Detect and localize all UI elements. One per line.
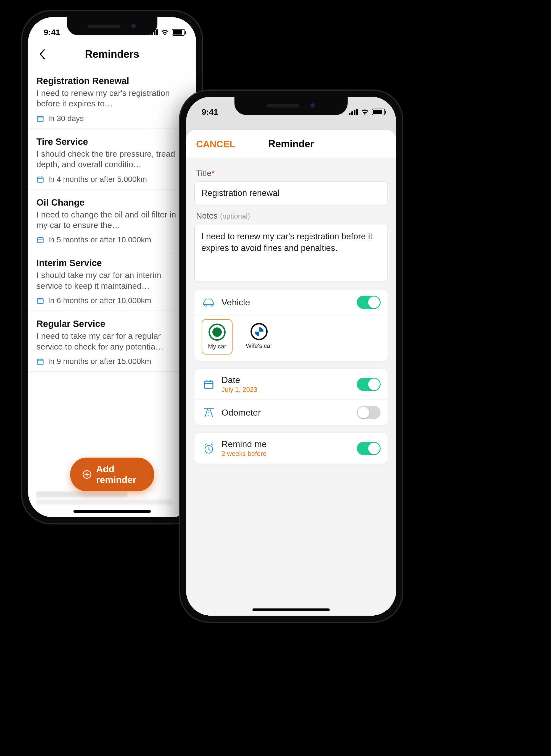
remind-card: Remind me 2 weeks before	[194, 433, 388, 464]
svg-rect-0	[38, 116, 43, 121]
car-icon	[201, 298, 216, 307]
reminder-desc: I need to take my car for a regular serv…	[36, 331, 188, 352]
status-icons	[349, 108, 385, 115]
battery-icon	[372, 108, 385, 115]
vehicle-option-label: Wife's car	[246, 342, 272, 350]
remind-row[interactable]: Remind me 2 weeks before	[194, 433, 388, 464]
date-odometer-card: Date July 1, 2023 Odometer	[194, 369, 388, 425]
phone-reminder-editor: 9:41 CANCEL Reminder Title* Registration…	[179, 89, 403, 623]
add-reminder-label: Add reminder	[96, 464, 142, 485]
calendar-icon	[36, 358, 44, 365]
date-value: July 1, 2023	[221, 386, 351, 393]
vehicle-option-wifescar[interactable]: Wife's car	[242, 319, 276, 355]
reminder-desc: I should check the tire pressure, tread …	[36, 149, 188, 170]
plus-circle-icon	[82, 470, 92, 479]
reminder-item[interactable]: Interim Service I should take my car for…	[28, 250, 196, 311]
home-indicator[interactable]	[252, 609, 330, 611]
reminder-meta: In 5 months or after 10.000km	[48, 236, 151, 244]
reminder-desc: I need to renew my car's registration be…	[36, 88, 188, 109]
vehicle-options: My car Wife's car	[194, 315, 388, 361]
sheet-header: CANCEL Reminder	[186, 136, 396, 157]
svg-rect-8	[205, 381, 213, 388]
svg-rect-3	[38, 298, 43, 304]
svg-rect-1	[38, 177, 43, 182]
svg-rect-2	[38, 238, 43, 243]
reminder-meta: In 4 months or after 5.000km	[48, 175, 147, 184]
bmw-logo-icon	[250, 323, 267, 340]
cancel-button[interactable]: CANCEL	[196, 139, 235, 149]
page-title: Reminders	[85, 48, 139, 60]
reminder-title: Tire Service	[36, 136, 188, 147]
road-icon	[201, 408, 216, 417]
reminder-item[interactable]: Registration Renewal I need to renew my …	[28, 68, 196, 129]
wifi-icon	[361, 109, 369, 115]
svg-point-6	[205, 304, 207, 306]
remind-label: Remind me	[221, 439, 351, 449]
calendar-icon	[201, 379, 216, 390]
reminder-list[interactable]: Registration Renewal I need to renew my …	[28, 68, 196, 372]
reminder-meta: In 9 months or after 15.000km	[48, 357, 151, 366]
phone-notch	[234, 97, 348, 115]
reminder-title: Interim Service	[36, 258, 188, 268]
title-input[interactable]: Registration renewal	[194, 181, 388, 205]
skoda-logo-icon	[208, 324, 226, 341]
reminder-title: Registration Renewal	[36, 76, 188, 86]
calendar-icon	[36, 236, 44, 244]
reminder-meta: In 6 months or after 10.000km	[48, 296, 151, 305]
reminder-title: Oil Change	[36, 197, 188, 208]
reminder-desc: I should take my car for an interim serv…	[36, 270, 188, 291]
reminder-desc: I need to change the oil and oil filter …	[36, 210, 188, 231]
phone-notch	[67, 17, 157, 35]
odometer-label: Odometer	[221, 408, 351, 418]
calendar-icon	[36, 175, 44, 183]
date-row[interactable]: Date July 1, 2023	[194, 369, 388, 400]
date-label: Date	[221, 375, 351, 385]
reminder-item[interactable]: Tire Service I should check the tire pre…	[28, 129, 196, 190]
reminder-item[interactable]: Oil Change I need to change the oil and …	[28, 190, 196, 250]
calendar-icon	[36, 297, 44, 305]
title-label: Title*	[196, 168, 388, 178]
vehicle-option-mycar[interactable]: My car	[201, 319, 232, 355]
header: Reminders	[28, 40, 196, 68]
svg-point-7	[211, 304, 213, 306]
vehicle-label: Vehicle	[221, 297, 351, 308]
odometer-row[interactable]: Odometer	[194, 400, 388, 425]
reminder-meta: In 30 days	[48, 114, 84, 123]
sheet-title: Reminder	[268, 138, 314, 150]
vehicle-toggle[interactable]	[357, 296, 381, 309]
status-time: 9:41	[201, 107, 218, 117]
svg-rect-4	[38, 359, 43, 364]
phone-reminders-list: 9:41 Reminders Registration Renewal I ne	[21, 10, 203, 524]
vehicle-option-label: My car	[208, 343, 226, 350]
odometer-toggle[interactable]	[357, 406, 381, 419]
date-toggle[interactable]	[357, 378, 381, 391]
calendar-icon	[36, 115, 44, 122]
add-reminder-button[interactable]: Add reminder	[70, 458, 154, 491]
alarm-clock-icon	[201, 442, 216, 454]
vehicle-card: Vehicle My car Wife's car	[194, 290, 388, 361]
reminder-item[interactable]: Regular Service I need to take my car fo…	[28, 311, 196, 372]
back-button[interactable]	[36, 48, 48, 60]
notes-input[interactable]: I need to renew my car's registration be…	[194, 224, 388, 282]
wifi-icon	[161, 29, 169, 35]
remind-value: 2 weeks before	[221, 450, 351, 458]
remind-toggle[interactable]	[357, 442, 381, 455]
battery-icon	[172, 29, 185, 36]
reminder-title: Regular Service	[36, 319, 188, 329]
home-indicator[interactable]	[73, 510, 151, 513]
notes-label: Notes (optional)	[196, 211, 388, 221]
status-time: 9:41	[44, 28, 60, 37]
editor-sheet: CANCEL Reminder Title* Registration rene…	[186, 130, 396, 616]
cellular-icon	[349, 109, 358, 115]
